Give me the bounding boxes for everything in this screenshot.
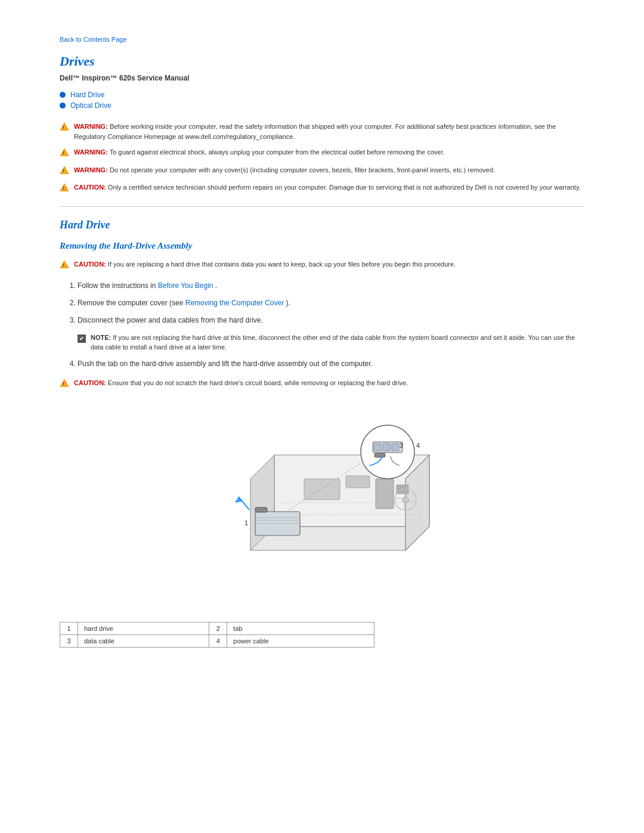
- caution-text-backup: CAUTION: If you are replacing a hard dri…: [74, 259, 456, 270]
- step-4: Push the tab on the hard-drive assembly …: [78, 358, 584, 370]
- step-1-text: Follow the instructions in: [78, 281, 158, 290]
- warning-text-1: WARNING: Before working inside your comp…: [74, 122, 584, 141]
- legend-num-1: 1: [60, 623, 78, 635]
- bullet-icon: [60, 92, 66, 98]
- toc-item-hard-drive[interactable]: Hard Drive: [60, 91, 584, 99]
- legend-num-2: 2: [209, 623, 227, 635]
- caution-triangle-icon-backup: [60, 260, 69, 271]
- caution-block-scratch: CAUTION: Ensure that you do not scratch …: [60, 378, 584, 390]
- caution-triangle-icon-scratch: [60, 379, 69, 390]
- warning-triangle-icon-1: [60, 122, 69, 134]
- caution-block-backup: CAUTION: If you are replacing a hard dri…: [60, 259, 584, 271]
- note-text-1: NOTE: If you are not replacing the hard …: [91, 333, 584, 352]
- steps-list: Follow the instructions in Before You Be…: [78, 280, 584, 370]
- step-2: Remove the computer cover (see Removing …: [78, 298, 584, 309]
- removing-cover-link[interactable]: Removing the Computer Cover: [185, 299, 284, 307]
- removing-subsection-title: Removing the Hard-Drive Assembly: [60, 241, 584, 251]
- legend-label-3: data cable: [78, 635, 209, 648]
- svg-line-16: [239, 497, 249, 510]
- svg-rect-15: [255, 507, 267, 512]
- svg-text:4: 4: [416, 442, 420, 449]
- warning-text-2: WARNING: To guard against electrical sho…: [74, 147, 445, 157]
- before-you-begin-link[interactable]: Before You Begin: [158, 281, 213, 290]
- step-3: Disconnect the power and data cables fro…: [78, 315, 584, 352]
- toc-link-optical-drive[interactable]: Optical Drive: [70, 101, 112, 110]
- warning-block-3: WARNING: Do not operate your computer wi…: [60, 165, 584, 177]
- legend-table: 1 hard drive 2 tab 3 data cable 4 power …: [60, 622, 374, 648]
- back-to-contents-link[interactable]: Back to Contents Page: [60, 36, 584, 43]
- legend-label-2: tab: [227, 623, 374, 635]
- note-block-1: ✔ NOTE: If you are not replacing the har…: [78, 333, 584, 352]
- step-3-text: Disconnect the power and data cables fro…: [78, 316, 263, 324]
- caution-triangle-icon-general: [60, 183, 69, 194]
- legend-row-1-2: 1 hard drive 2 tab: [60, 623, 374, 635]
- svg-rect-22: [392, 444, 399, 451]
- svg-text:3: 3: [400, 442, 403, 449]
- step-1-after: .: [215, 281, 217, 290]
- caution-block-general: CAUTION: Only a certified service techni…: [60, 182, 584, 194]
- warning-block-1: WARNING: Before working inside your comp…: [60, 122, 584, 141]
- svg-rect-8: [376, 479, 394, 509]
- toc-item-optical-drive[interactable]: Optical Drive: [60, 101, 584, 110]
- bullet-icon-2: [60, 103, 66, 109]
- svg-rect-7: [346, 476, 370, 488]
- step-2-text: Remove the computer cover (see: [78, 299, 185, 307]
- step-2-after: ).: [286, 299, 290, 307]
- step-1: Follow the instructions in Before You Be…: [78, 280, 584, 292]
- page-title: Drives: [60, 54, 584, 69]
- warning-triangle-icon-3: [60, 166, 69, 177]
- manual-title: Dell™ Inspiron™ 620s Service Manual: [60, 74, 584, 82]
- diagram-container: 1 3 4: [60, 401, 584, 604]
- svg-rect-21: [383, 444, 390, 451]
- hard-drive-diagram: 1 3 4: [179, 401, 465, 604]
- legend-row-3-4: 3 data cable 4 power cable: [60, 635, 374, 648]
- note-icon-1: ✔: [78, 333, 86, 343]
- caution-text-scratch: CAUTION: Ensure that you do not scratch …: [74, 378, 408, 388]
- svg-text:1: 1: [244, 519, 248, 527]
- warning-block-2: WARNING: To guard against electrical sho…: [60, 147, 584, 159]
- legend-num-3: 3: [60, 635, 78, 648]
- svg-point-28: [402, 497, 408, 503]
- caution-text-general: CAUTION: Only a certified service techni…: [74, 182, 581, 193]
- legend-label-1: hard drive: [78, 623, 209, 635]
- toc-list: Hard Drive Optical Drive: [60, 91, 584, 110]
- hard-drive-section-title: Hard Drive: [60, 219, 584, 231]
- legend-num-4: 4: [209, 635, 227, 648]
- warning-text-3: WARNING: Do not operate your computer wi…: [74, 165, 495, 175]
- svg-rect-23: [374, 453, 385, 457]
- toc-link-hard-drive[interactable]: Hard Drive: [70, 91, 104, 99]
- step-4-text: Push the tab on the hard-drive assembly …: [78, 360, 373, 368]
- section-divider: [60, 206, 584, 207]
- warning-triangle-icon-2: [60, 148, 69, 159]
- legend-label-4: power cable: [227, 635, 374, 648]
- svg-rect-20: [374, 444, 381, 451]
